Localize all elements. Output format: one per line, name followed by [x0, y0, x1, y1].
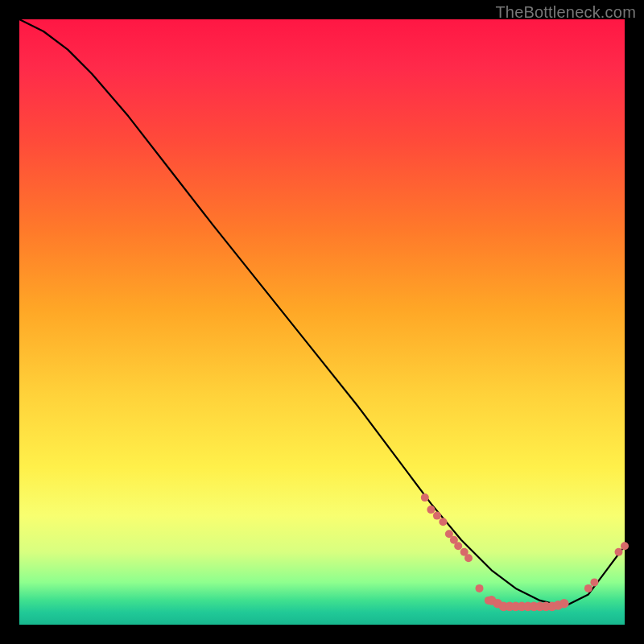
data-point	[476, 584, 484, 592]
bottleneck-curve-line	[19, 19, 625, 606]
chart-svg	[19, 19, 625, 625]
chart-stage: TheBottleneck.com	[0, 0, 644, 644]
data-point	[590, 578, 598, 586]
data-point	[464, 554, 473, 562]
data-point	[427, 506, 435, 514]
data-point	[615, 548, 623, 556]
data-point	[621, 542, 629, 550]
data-point	[559, 599, 569, 609]
data-point	[584, 584, 592, 592]
data-point	[439, 518, 447, 526]
data-point	[433, 512, 441, 520]
data-point	[454, 542, 462, 550]
plot-area	[19, 19, 625, 625]
data-point	[421, 493, 429, 502]
